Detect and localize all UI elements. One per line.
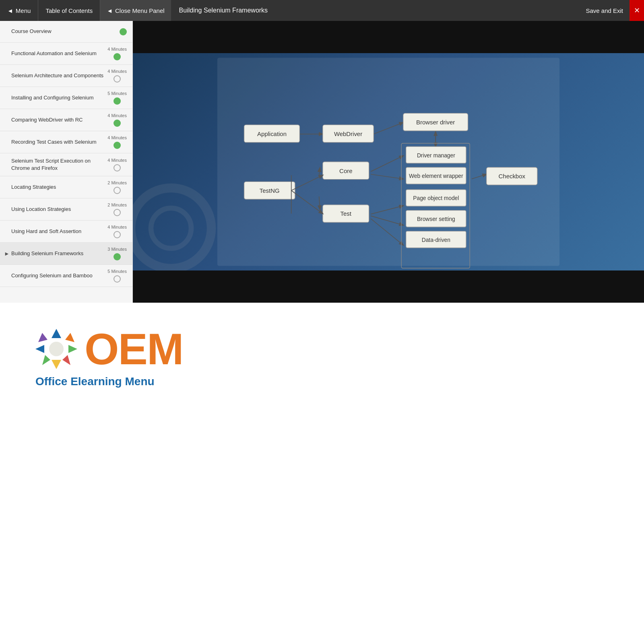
toc-label: Table of Contents [38,0,100,21]
sidebar-status-dot-using-hard-soft [114,231,121,238]
sidebar-label-using-hard-soft: Using Hard and Soft Assertion [11,228,104,235]
sidebar-item-comparing-webdriver[interactable]: Comparing WebDriver with RC4 Minutes [0,109,132,131]
save-exit-label: Save and Exit [586,7,623,14]
svg-point-0 [133,188,211,268]
svg-marker-47 [52,360,61,369]
sidebar-meta-recording-test-cases: 4 Minutes [107,135,127,149]
sidebar-label-building-selenium: Building Selenium Frameworks [11,250,104,257]
sidebar-item-course-overview[interactable]: Course Overview [0,21,132,43]
sidebar-duration-selenium-test-script: 4 Minutes [107,158,127,163]
sidebar-meta-using-location: 2 Minutes [107,202,127,216]
svg-point-1 [151,208,191,248]
sidebar-meta-comparing-webdriver: 4 Minutes [107,113,127,127]
lower-section: OEM Office Elearning Menu [0,303,644,412]
sidebar-meta-installing-configuring: 5 Minutes [107,91,127,105]
sidebar-status-dot-selenium-test-script [114,164,121,171]
sidebar-item-using-location[interactable]: Using Location Strategies2 Minutes [0,198,132,221]
sidebar-item-using-hard-soft[interactable]: Using Hard and Soft Assertion4 Minutes [0,221,132,243]
sidebar-meta-using-hard-soft: 4 Minutes [107,225,127,238]
svg-marker-43 [52,329,61,338]
svg-text:Test: Test [341,210,352,217]
sidebar-status-dot-building-selenium [114,253,121,260]
sidebar-label-using-location: Using Location Strategies [11,206,104,213]
oem-logo-top: OEM [32,327,183,371]
sidebar-meta-selenium-test-script: 4 Minutes [107,158,127,171]
content-bottom-bar [133,270,644,303]
sidebar-label-selenium-architecture: Selenium Architecture and Components [11,72,104,79]
sidebar-duration-building-selenium: 3 Minutes [107,247,127,252]
sidebar-status-dot-functional-automation [114,53,121,60]
svg-marker-50 [38,333,47,342]
sidebar-duration-locating-strategies: 2 Minutes [107,180,127,185]
oem-logo: OEM Office Elearning Menu [32,327,183,388]
sidebar-duration-using-location: 2 Minutes [107,202,127,207]
svg-text:Data-driven: Data-driven [422,237,450,243]
sidebar-duration-configuring-bamboo: 5 Minutes [107,269,127,274]
close-x-button[interactable]: ✕ [630,0,644,21]
save-exit-button[interactable]: Save and Exit [579,0,630,21]
svg-text:Browser setting: Browser setting [417,216,455,222]
svg-marker-45 [68,345,77,353]
svg-text:Driver manager: Driver manager [417,153,455,159]
chevron-left-icon: ◄ [7,7,13,14]
menu-button[interactable]: ◄ Menu [0,0,38,21]
sidebar-status-dot-locating-strategies [114,187,121,194]
sidebar-meta-building-selenium: 3 Minutes [107,247,127,260]
sidebar: Course OverviewFunctional Automation and… [0,21,133,303]
close-panel-button[interactable]: ◄ Close Menu Panel [100,0,171,21]
oem-subtitle-label: Office Elearning Menu [35,375,155,388]
sidebar-item-installing-configuring[interactable]: Installing and Configuring Selenium5 Min… [0,87,132,109]
sidebar-meta-selenium-architecture: 4 Minutes [107,69,127,83]
svg-marker-49 [35,345,44,353]
sidebar-label-recording-test-cases: Recording Test Cases with Selenium [11,138,104,146]
content-slide: Application WebDriver Browser driver Dri… [133,53,644,270]
svg-text:Web element wrapper: Web element wrapper [409,173,463,179]
sidebar-duration-comparing-webdriver: 4 Minutes [107,113,127,118]
sidebar-item-selenium-architecture[interactable]: Selenium Architecture and Components4 Mi… [0,65,132,87]
sidebar-item-recording-test-cases[interactable]: Recording Test Cases with Selenium4 Minu… [0,131,132,153]
svg-text:Browser driver: Browser driver [416,119,455,126]
svg-text:Core: Core [339,167,352,174]
close-x-icon: ✕ [634,6,640,15]
sidebar-label-selenium-test-script: Selenium Test Script Execution on Chrome… [11,157,104,172]
sidebar-duration-using-hard-soft: 4 Minutes [107,225,127,229]
sidebar-label-configuring-bamboo: Configuring Selenium and Bamboo [11,272,104,279]
sidebar-item-functional-automation[interactable]: Functional Automation and Selenium4 Minu… [0,43,132,65]
sidebar-duration-recording-test-cases: 4 Minutes [107,135,127,140]
bg-gear-decor [133,178,221,270]
sidebar-meta-course-overview [120,28,127,35]
sidebar-duration-functional-automation: 4 Minutes [107,47,127,52]
oem-icon-svg [32,327,80,371]
sidebar-label-functional-automation: Functional Automation and Selenium [11,50,104,57]
sidebar-status-dot-configuring-bamboo [114,275,121,283]
course-title: Building Selenium Frameworks [171,7,580,14]
sidebar-item-locating-strategies[interactable]: Locating Strategies2 Minutes [0,176,132,198]
svg-marker-46 [62,355,70,365]
chevron-left-icon2: ◄ [107,7,113,14]
content-area: Application WebDriver Browser driver Dri… [133,21,644,303]
svg-text:TestNG: TestNG [260,187,280,194]
sidebar-meta-locating-strategies: 2 Minutes [107,180,127,194]
sidebar-label-locating-strategies: Locating Strategies [11,184,104,191]
sidebar-arrow-building-selenium: ► [4,250,11,257]
sidebar-item-building-selenium[interactable]: ►Building Selenium Frameworks3 Minutes [0,243,132,265]
svg-point-51 [49,342,64,356]
svg-rect-2 [217,58,559,266]
main-layout: Course OverviewFunctional Automation and… [0,21,644,303]
sidebar-duration-selenium-architecture: 4 Minutes [107,69,127,74]
sidebar-status-dot-course-overview [120,28,127,35]
sidebar-meta-functional-automation: 4 Minutes [107,47,127,60]
sidebar-label-installing-configuring: Installing and Configuring Selenium [11,94,104,101]
svg-text:Page object model: Page object model [413,195,459,201]
top-nav: ◄ Menu Table of Contents ◄ Close Menu Pa… [0,0,644,21]
svg-marker-48 [42,355,50,365]
close-panel-label: Close Menu Panel [115,7,165,14]
sidebar-item-configuring-bamboo[interactable]: Configuring Selenium and Bamboo5 Minutes [0,265,132,287]
sidebar-status-dot-selenium-architecture [114,75,121,83]
svg-text:Checkbox: Checkbox [499,173,526,180]
sidebar-meta-configuring-bamboo: 5 Minutes [107,269,127,283]
sidebar-status-dot-using-location [114,209,121,216]
sidebar-item-selenium-test-script[interactable]: Selenium Test Script Execution on Chrome… [0,153,132,176]
content-top-bar [133,21,644,53]
sidebar-status-dot-recording-test-cases [114,142,121,149]
